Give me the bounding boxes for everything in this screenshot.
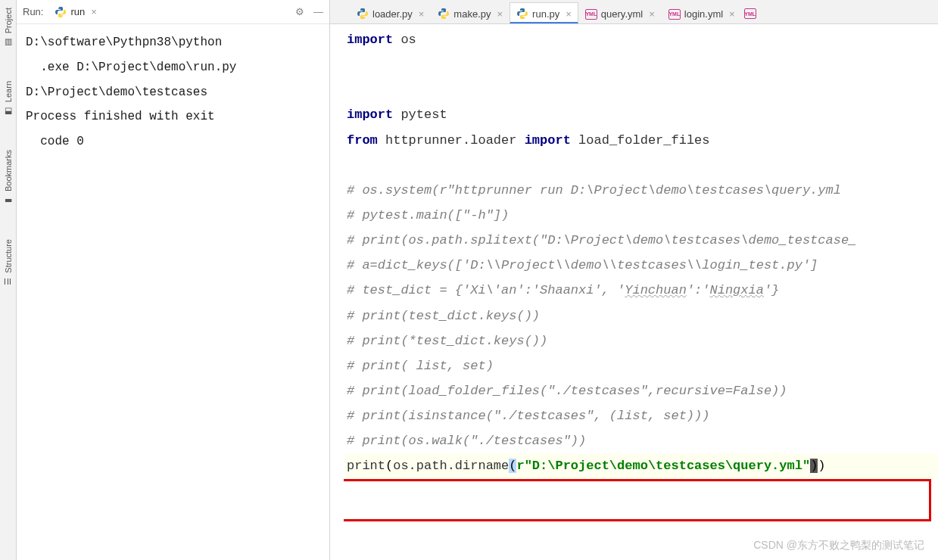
svg-point-0 — [58, 7, 59, 8]
sidebar-tab-project[interactable]: ▤Project — [3, 2, 13, 52]
annotation-box — [344, 479, 931, 521]
console-line: code 0 — [26, 129, 320, 154]
gear-icon[interactable]: ⚙ — [295, 6, 304, 17]
learn-icon: ◧ — [3, 105, 13, 115]
python-icon — [516, 8, 528, 20]
bookmark-icon: ▮ — [3, 194, 13, 204]
yml-icon: YML — [744, 8, 756, 19]
run-config-tab[interactable]: run × — [48, 2, 103, 22]
editor-tab-loader[interactable]: loader.py× — [350, 2, 431, 23]
run-tab-name: run — [70, 6, 85, 17]
console-output[interactable]: D:\software\Pythpn38\python .exe D:\Proj… — [17, 24, 329, 160]
sidebar-tab-bookmarks[interactable]: ▮Bookmarks — [3, 144, 13, 210]
python-icon — [438, 8, 450, 20]
sidebar-tab-structure[interactable]: ☰Structure — [3, 233, 13, 292]
console-line: D:\software\Pythpn38\python — [26, 30, 320, 55]
close-icon[interactable]: × — [419, 8, 425, 20]
yml-icon: YML — [585, 9, 597, 20]
console-line: Process finished with exit — [26, 104, 320, 129]
close-icon[interactable]: × — [729, 8, 735, 20]
run-label: Run: — [23, 6, 43, 17]
close-icon[interactable]: × — [649, 8, 655, 20]
gutter — [330, 24, 344, 560]
close-icon[interactable]: × — [566, 8, 572, 20]
minimize-icon[interactable]: — — [313, 6, 323, 17]
svg-point-1 — [62, 15, 63, 16]
editor-tab-make[interactable]: make.py× — [431, 2, 510, 23]
editor-tabs: loader.py× make.py× run.py× YMLquery.yml… — [330, 0, 938, 24]
folder-icon: ▤ — [3, 36, 13, 46]
structure-icon: ☰ — [3, 276, 13, 286]
editor-tab-run[interactable]: run.py× — [510, 2, 578, 24]
sidebar-tab-learn[interactable]: ◧Learn — [3, 75, 13, 121]
run-header: Run: run × ⚙ — — [17, 0, 329, 24]
yml-icon: YML — [668, 9, 681, 20]
console-line: D:\Project\demo\testcases — [26, 80, 320, 105]
close-icon[interactable]: × — [91, 6, 97, 17]
editor-tab-more[interactable]: YML — [742, 3, 759, 23]
editor-tab-query[interactable]: YMLquery.yml× — [578, 3, 662, 23]
code-editor[interactable]: import os import pytest from httprunner.… — [330, 24, 938, 560]
run-tool-window: Run: run × ⚙ — D:\software\Pythpn38\pyth… — [17, 0, 330, 560]
python-icon — [357, 8, 369, 20]
python-icon — [55, 6, 67, 18]
editor-area: loader.py× make.py× run.py× YMLquery.yml… — [330, 0, 938, 560]
console-line: .exe D:\Project\demo\run.py — [26, 55, 320, 80]
close-icon[interactable]: × — [497, 8, 503, 20]
ide-left-sidebar: ▤Project ◧Learn ▮Bookmarks ☰Structure — [0, 0, 17, 560]
editor-tab-login[interactable]: YMLlogin.yml× — [662, 3, 742, 23]
watermark-text: CSDN @东方不败之鸭梨的测试笔记 — [753, 539, 924, 552]
